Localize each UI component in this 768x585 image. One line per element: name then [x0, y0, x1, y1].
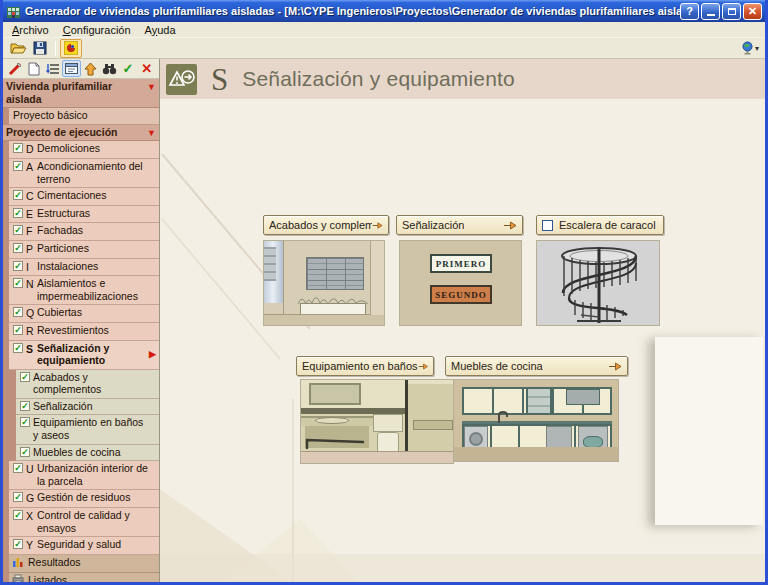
tree-item[interactable]: ✓AAcondicionamiento del terreno: [9, 159, 159, 188]
tree-item[interactable]: ✓CCimentaciones: [9, 188, 159, 206]
cocina-button[interactable]: Muebles de cocina: [445, 356, 628, 376]
tree-item[interactable]: Proyecto básico: [9, 108, 159, 125]
acabados-button[interactable]: Acabados y complementos: [263, 215, 389, 235]
tree-item-label: Cimentaciones: [37, 189, 149, 202]
sign-primero: PRIMERO: [430, 254, 492, 273]
tree-item-label: Revestimientos: [37, 324, 149, 337]
acabados-preview-image[interactable]: [263, 240, 385, 326]
sidebar-toolbar: ✓ ✕: [3, 59, 159, 79]
save-icon[interactable]: [29, 39, 51, 58]
tree-item-label: Equipamiento en baños y aseos: [33, 416, 149, 441]
tree-item[interactable]: ✓UUrbanización interior de la parcela: [9, 461, 159, 490]
help-button[interactable]: ?: [680, 3, 699, 20]
maximize-button[interactable]: [722, 3, 741, 20]
menu-ayuda[interactable]: Ayuda: [138, 23, 183, 37]
check-icon: ✓: [13, 143, 23, 153]
sign-segundo: SEGUNDO: [430, 285, 492, 304]
banos-button[interactable]: Equipamiento en baños y aseos: [296, 356, 434, 376]
escalera-preview-image[interactable]: [536, 240, 660, 326]
tree-item[interactable]: ✓IInstalaciones: [9, 259, 159, 277]
chapter-code: G: [26, 492, 37, 505]
edit-icon[interactable]: [6, 60, 25, 77]
menu-archivo[interactable]: Archivo: [5, 23, 56, 37]
tree-item[interactable]: ✓Muebles de cocina: [16, 445, 159, 462]
tree-item[interactable]: ✓QCubiertas: [9, 305, 159, 323]
tree-item-label: Proyecto básico: [13, 109, 149, 122]
arrow-right-icon: [418, 361, 428, 372]
tree-item[interactable]: ✓RRevestimientos: [9, 323, 159, 341]
check-icon: ✓: [13, 161, 23, 171]
mailboxes-icon: [306, 257, 364, 290]
cancel-icon[interactable]: ✕: [137, 60, 156, 77]
panel-view-icon[interactable]: [62, 60, 81, 77]
tree-item[interactable]: ✓EEstructuras: [9, 206, 159, 224]
check-icon: ✓: [13, 510, 23, 520]
escalera-checkbox[interactable]: Escalera de caracol: [536, 215, 664, 235]
check-icon: ✓: [13, 278, 23, 288]
chapter-code: Y: [26, 539, 37, 552]
arrow-right-icon: [372, 220, 383, 231]
tree-item[interactable]: ✓Señalización: [16, 399, 159, 416]
menu-configuracion[interactable]: Configuración: [56, 23, 138, 37]
senalizacion-preview-image[interactable]: PRIMERO SEGUNDO: [399, 240, 522, 326]
minimize-button[interactable]: [701, 3, 720, 20]
check-icon: ✓: [20, 372, 30, 382]
senalizacion-button[interactable]: Señalización: [396, 215, 523, 235]
tree-item[interactable]: ✓FFachadas: [9, 223, 159, 241]
cocina-preview-image[interactable]: [453, 379, 619, 462]
tree-item[interactable]: ✓NAislamientos e impermeabilizaciones: [9, 276, 159, 305]
accept-icon[interactable]: ✓: [119, 60, 138, 77]
tree-item[interactable]: ✓PParticiones: [9, 241, 159, 259]
checkbox-icon[interactable]: [542, 220, 553, 231]
selected-arrow-icon: ▶: [149, 349, 156, 360]
tree-item[interactable]: ✓GGestión de residuos: [9, 490, 159, 508]
tree-item[interactable]: Resultados: [9, 555, 159, 574]
tree-item[interactable]: ✓DDemoliciones: [9, 141, 159, 159]
tree-item[interactable]: Vivienda plurifamiliar aislada▼: [3, 79, 159, 108]
tree-item-label: Cubiertas: [37, 306, 149, 319]
folder-up-icon[interactable]: [81, 60, 100, 77]
close-button[interactable]: ✕: [743, 3, 762, 20]
check-icon: ✓: [13, 325, 23, 335]
arrow-right-icon: [503, 220, 517, 231]
app-icon: [6, 4, 21, 19]
list-order-icon[interactable]: [44, 60, 63, 77]
new-document-icon[interactable]: [25, 60, 44, 77]
tree-item[interactable]: Proyecto de ejecución▼: [3, 125, 159, 142]
window-title: Generador de viviendas plurifamiliares a…: [25, 5, 680, 17]
tree-item[interactable]: ✓SSeñalización y equipamiento▶: [9, 341, 159, 370]
app-window: Generador de viviendas plurifamiliares a…: [0, 0, 768, 585]
banos-preview-image[interactable]: [300, 379, 454, 464]
chapter-code: F: [26, 225, 37, 238]
cype-logo-icon[interactable]: [60, 39, 82, 58]
search-binoculars-icon[interactable]: [100, 60, 119, 77]
chapter-code: X: [26, 510, 37, 523]
globe-updates-icon[interactable]: ▾: [739, 39, 761, 58]
tree-item[interactable]: ✓Acabados y complementos: [16, 370, 159, 399]
chapter-code: A: [26, 161, 37, 174]
check-icon: ✓: [13, 243, 23, 253]
chapter-code: I: [26, 261, 37, 274]
check-icon: ✓: [20, 401, 30, 411]
content-area: Acabados y complementos Señalización Esc…: [160, 99, 765, 582]
chapter-code: N: [26, 278, 37, 291]
project-sidebar: ✓ ✕ Vivienda plurifamiliar aislada▼Proye…: [3, 59, 160, 582]
chapter-code: D: [26, 143, 37, 156]
main-toolbar: ▾: [3, 38, 765, 59]
open-folder-icon[interactable]: [7, 39, 29, 58]
tree-item[interactable]: ✓YSeguridad y salud: [9, 537, 159, 555]
tree-item[interactable]: ✓Equipamiento en baños y aseos: [16, 415, 159, 444]
toolbar-separator: [55, 41, 56, 56]
tree-item-label: Instalaciones: [37, 260, 149, 273]
tree-item[interactable]: ✓XControl de calidad y ensayos: [9, 508, 159, 537]
check-icon: ✓: [13, 307, 23, 317]
chapter-code: U: [26, 463, 37, 476]
chapter-code: S: [26, 343, 37, 356]
chapter-code: C: [26, 190, 37, 203]
dropdown-arrow-icon[interactable]: ▾: [755, 44, 759, 53]
chart-icon: [12, 556, 25, 571]
tree-item-label: Resultados: [28, 556, 149, 569]
tree-item[interactable]: Listados: [9, 573, 159, 585]
tree-item-label: Fachadas: [37, 224, 149, 237]
page-title: Señalización y equipamiento: [242, 67, 515, 91]
